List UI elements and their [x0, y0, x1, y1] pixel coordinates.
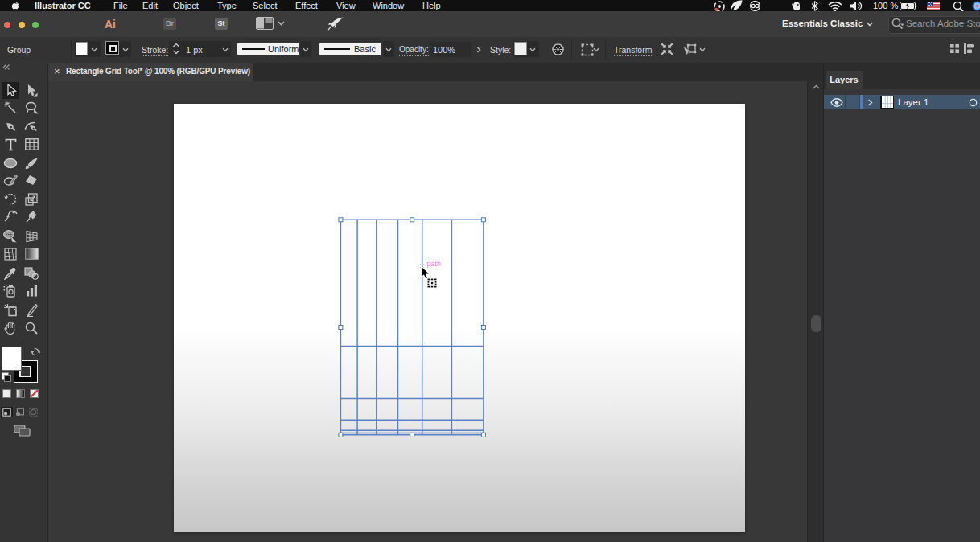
svg-text:path: path [427, 260, 442, 268]
